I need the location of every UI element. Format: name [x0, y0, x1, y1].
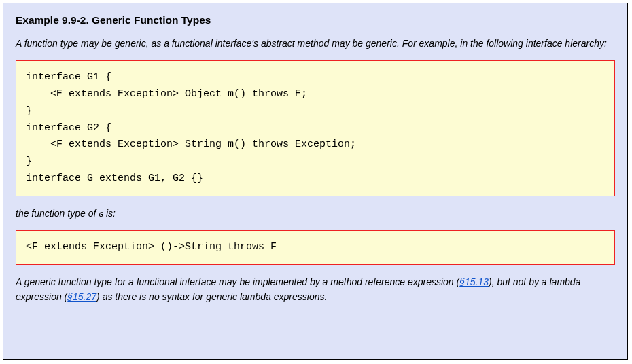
- mid-text-pre: the function type of: [16, 208, 99, 219]
- example-outro: A generic function type for a functional…: [16, 274, 615, 305]
- code-block-1: interface G1 { <E extends Exception> Obj…: [16, 60, 615, 196]
- link-15-27[interactable]: §15.27: [67, 291, 96, 302]
- outro-text-3: ) as there is no syntax for generic lamb…: [96, 291, 327, 302]
- example-title: Example 9.9-2. Generic Function Types: [16, 14, 615, 26]
- outro-text-1: A generic function type for a functional…: [16, 276, 459, 287]
- mid-text-post: is:: [103, 208, 116, 219]
- example-mid: the function type of G is:: [16, 206, 615, 221]
- example-intro: A function type may be generic, as a fun…: [16, 36, 615, 51]
- example-box: Example 9.9-2. Generic Function Types A …: [3, 3, 628, 360]
- code-block-2: <F extends Exception> ()->String throws …: [16, 230, 615, 265]
- link-15-13[interactable]: §15.13: [459, 276, 489, 287]
